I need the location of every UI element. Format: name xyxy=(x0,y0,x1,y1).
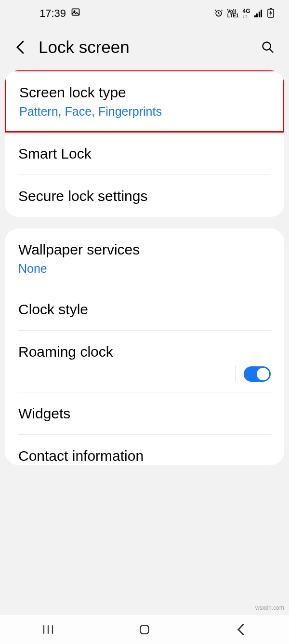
item-title: Smart Lock xyxy=(18,144,271,163)
roaming-clock-toggle[interactable] xyxy=(244,366,271,382)
home-button[interactable] xyxy=(120,623,169,636)
status-time: 17:39 xyxy=(39,7,66,20)
display-settings-card: Wallpaper services None Clock style Roam… xyxy=(5,228,284,466)
item-title: Contact information xyxy=(18,446,271,465)
svg-rect-9 xyxy=(140,625,148,633)
roaming-clock-item[interactable]: Roaming clock xyxy=(5,331,284,365)
highlighted-item: Screen lock type Pattern, Face, Fingerpr… xyxy=(5,70,284,133)
toggle-divider xyxy=(236,366,236,382)
item-subtitle: None xyxy=(18,261,271,277)
roaming-clock-toggle-row xyxy=(5,365,284,392)
back-button[interactable] xyxy=(13,40,27,54)
item-title: Roaming clock xyxy=(18,342,271,361)
item-title: Secure lock settings xyxy=(18,187,271,205)
search-button[interactable] xyxy=(260,40,276,55)
status-left: 17:39 xyxy=(13,7,80,20)
nav-back-button[interactable] xyxy=(217,623,265,636)
volte-bottom: LTE1 xyxy=(227,13,239,18)
clock-style-item[interactable]: Clock style xyxy=(5,288,284,330)
svg-rect-4 xyxy=(270,8,272,9)
status-right: Vo)) LTE1 4G ↓↑ xyxy=(214,8,276,19)
status-bar: 17:39 Vo)) LTE1 4G ↓↑ xyxy=(0,0,289,24)
picture-icon xyxy=(71,7,80,20)
contact-information-item[interactable]: Contact information xyxy=(5,435,284,465)
chevron-left-icon xyxy=(16,40,25,54)
smart-lock-item[interactable]: Smart Lock xyxy=(5,133,284,174)
search-icon xyxy=(261,40,275,54)
watermark: wsxdn.com xyxy=(255,604,284,611)
navigation-bar xyxy=(0,614,289,644)
content: Screen lock type Pattern, Face, Fingerpr… xyxy=(0,70,289,465)
recents-icon xyxy=(42,624,54,635)
item-title: Clock style xyxy=(18,300,271,319)
signal-icon xyxy=(254,10,263,17)
header: Lock screen xyxy=(0,24,289,70)
item-title: Widgets xyxy=(18,404,271,423)
page-title: Lock screen xyxy=(39,38,249,57)
battery-icon xyxy=(266,8,276,19)
wallpaper-services-item[interactable]: Wallpaper services None xyxy=(5,228,284,288)
toggle-knob xyxy=(257,368,269,380)
volte-indicator: Vo)) LTE1 xyxy=(227,9,239,18)
alarm-icon xyxy=(214,8,223,19)
lock-settings-card: Screen lock type Pattern, Face, Fingerpr… xyxy=(5,70,284,217)
item-title: Screen lock type xyxy=(19,83,270,102)
recents-button[interactable] xyxy=(24,624,72,635)
data-arrows-icon: ↓↑ xyxy=(242,14,250,18)
secure-lock-settings-item[interactable]: Secure lock settings xyxy=(5,175,284,217)
item-title: Wallpaper services xyxy=(18,240,271,259)
item-subtitle: Pattern, Face, Fingerprints xyxy=(19,104,270,120)
home-icon xyxy=(138,623,151,636)
chevron-left-icon xyxy=(236,623,245,636)
network-indicator: 4G ↓↑ xyxy=(242,9,250,18)
screen-lock-type-item[interactable]: Screen lock type Pattern, Face, Fingerpr… xyxy=(6,71,283,131)
widgets-item[interactable]: Widgets xyxy=(5,392,284,434)
